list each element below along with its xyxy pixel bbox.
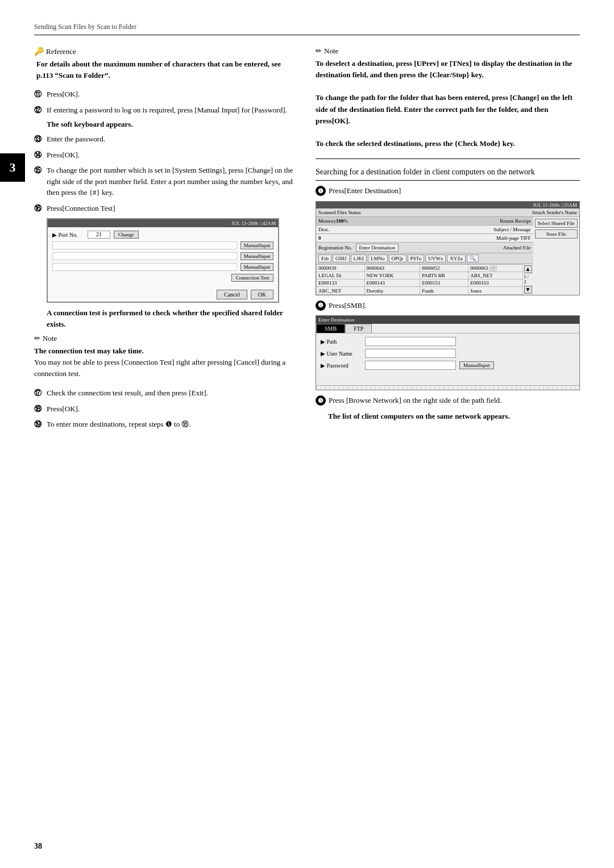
nav-up[interactable]: ▲ [524, 265, 532, 273]
select-shared-file-btn[interactable]: Select Shared File [535, 219, 578, 228]
cell-e000163: E000163 [468, 279, 522, 287]
manual-input-btn-2[interactable]: ManualInput [240, 252, 274, 260]
reg-no-label: Registration No. [318, 245, 352, 251]
addr-memory-row: Memory100% Return Receipt [316, 217, 533, 226]
addr-table: 0000039 0000043 0000052 0000063 ░░ LEGAL… [316, 264, 523, 295]
right-pencil-icon: ✏ [316, 47, 322, 56]
enter-destination-btn[interactable]: Enter Destination [356, 244, 399, 252]
tab-ftp[interactable]: FTP [345, 324, 372, 333]
attached-file-label: Attached File [503, 245, 531, 251]
right-column: ✏ Note To deselect a destination, press … [316, 47, 580, 435]
cell-e000151: E000151 [420, 279, 468, 287]
step-14: ⑭ Press[OK]. [34, 149, 298, 161]
store-file-btn[interactable]: Store File [535, 229, 578, 239]
attach-senders-name: Attach Sender's Name [532, 210, 577, 215]
search-section-title: Searching for a destination folder in cl… [316, 166, 580, 181]
password-input[interactable] [365, 361, 456, 370]
note-body: The connection test may take time. You m… [34, 345, 298, 379]
step-15: ⑮ To change the port number which is set… [34, 165, 298, 198]
page-number: 38 [34, 842, 42, 851]
tab-ljki[interactable]: LJKI [351, 254, 367, 262]
cell-frank: Frank [420, 287, 468, 294]
note-title: ✏ Note [34, 334, 298, 343]
tab-lmno[interactable]: LMNo [368, 254, 388, 262]
conn-manual-row-1: ManualInput [52, 241, 273, 249]
addr-right-buttons: Select Shared File Store File [533, 217, 579, 295]
step-11: ⑪ Press[OK]. [34, 89, 298, 100]
memory-label: Memory100% [318, 218, 348, 224]
tab-search[interactable]: 🔍 [467, 254, 479, 262]
step-19: ⑲ To enter more destinations, repeat ste… [34, 419, 298, 430]
table-row: ABC_NET Dorothy Frank Jones [317, 287, 523, 294]
key-icon: 🔑 [34, 47, 44, 56]
addr-dest-count-row: 0 Multi-page TIFF [316, 234, 533, 243]
step-12: ⑫ If entering a password to log on is re… [34, 105, 298, 116]
cell-0000043: 0000043 [364, 264, 420, 272]
enter-dest-tabs: SMB FTP [316, 324, 579, 333]
page-container: 3 Sending Scan Files by Scan to Folder 🔑… [0, 0, 614, 868]
scanned-files-status: Scanned Files Status [318, 210, 361, 215]
note-line-1: The connection test may take time. [34, 347, 144, 355]
subject-message-label: Subject / Message [493, 227, 531, 232]
addr-dest-row: Dest. Subject / Message [316, 226, 533, 234]
change-button[interactable]: Change [114, 231, 139, 239]
tab-fsh[interactable]: Fsh [318, 254, 331, 262]
addr-toolbar: Scanned Files Status Attach Sender's Nam… [316, 208, 579, 217]
port-no-label: ▶ Port No. [52, 232, 84, 238]
path-label: ▶ Path [321, 339, 362, 345]
right-step-3: ❸ Press [Browse Network] on the right si… [316, 395, 580, 406]
username-input[interactable] [365, 349, 456, 358]
path-input[interactable] [365, 337, 456, 346]
circle-3: ❸ [316, 395, 326, 406]
addr-table-nav: 0000039 0000043 0000052 0000063 ░░ LEGAL… [316, 264, 533, 295]
right-step-1: ❶ Press[Enter Destination] [316, 185, 580, 197]
addr-reg-row: Registration No. Enter Destination Attac… [316, 243, 533, 253]
tab-smb[interactable]: SMB [316, 324, 345, 333]
connection-test-btn[interactable]: Connection Test [231, 274, 273, 282]
keyboard-bar [316, 385, 579, 390]
tab-opqr[interactable]: OPQr [389, 254, 406, 262]
username-label: ▶ User Name [321, 350, 362, 357]
manual-input-btn-3[interactable]: ManualInput [240, 263, 274, 271]
chapter-marker: 3 [0, 153, 25, 182]
note-box: ✏ Note The connection test may take time… [34, 334, 298, 379]
network-note: The list of client computers on the same… [328, 411, 580, 422]
main-content: 🔑 Reference For details about the maximu… [34, 47, 580, 435]
tab-ghij[interactable]: GHIJ [333, 254, 350, 262]
connection-screen: JUL 11-200b /;42AM ▶ Port No. 21 Change … [47, 218, 279, 303]
addr-table-area: Memory100% Return Receipt Dest. Subject … [316, 217, 533, 295]
conn-screen-topbar: JUL 11-200b /;42AM [48, 219, 278, 227]
ok-btn[interactable]: OK [251, 290, 273, 299]
circle-1: ❶ [316, 186, 326, 196]
tab-uvwx[interactable]: UVWx [425, 254, 446, 262]
addr-topbar: JUL 11-200b /;35AM [316, 202, 579, 208]
cell-abcnet2: ABC_NET [317, 287, 365, 294]
dest-count: 0 [318, 235, 321, 241]
cell-jones: Jones [468, 287, 522, 294]
left-column: 🔑 Reference For details about the maximu… [34, 47, 298, 435]
cell-partsbr: PARTS BR [420, 272, 468, 279]
cancel-btn[interactable]: Cancel [217, 290, 247, 299]
right-step-2: ❷ Press[SMB]. [316, 300, 580, 311]
cell-0000063: 0000063 ░░ [468, 264, 522, 272]
addr-nav-btns: ▲ 1 / 2 ▼ [523, 264, 533, 295]
nav-down[interactable]: ▼ [524, 286, 532, 294]
soft-keyboard-label: The soft keyboard appears. [47, 120, 298, 129]
password-label: ▶ Password [321, 362, 362, 369]
address-book-screen: JUL 11-200b /;35AM Scanned Files Status … [316, 201, 580, 295]
tab-xyza[interactable]: XYZa [447, 254, 466, 262]
path-field-row: ▶ Path [321, 337, 575, 346]
step-18: ⑱ Press[OK]. [34, 403, 298, 415]
username-field-row: ▶ User Name [321, 349, 575, 358]
tab-pstu[interactable]: PSTu [408, 254, 425, 262]
manual-input-btn-1[interactable]: ManualInput [240, 241, 274, 249]
enter-destination-screen: Enter Destination SMB FTP ▶ Path ▶ User … [316, 315, 580, 390]
manual-input-password-btn[interactable]: ManualInput [459, 361, 494, 369]
pencil-icon: ✏ [34, 334, 40, 343]
step-17: ⑰ Check the connection test result, and … [34, 387, 298, 399]
reference-title: 🔑 Reference [34, 47, 298, 56]
step-16: ⑯ Press[Connection Test] [34, 203, 298, 214]
cell-0000039: 0000039 [317, 264, 365, 272]
table-row: 0000039 0000043 0000052 0000063 ░░ [317, 264, 523, 272]
enter-dest-body: ▶ Path ▶ User Name ▶ Password ManualInpu… [316, 333, 579, 385]
